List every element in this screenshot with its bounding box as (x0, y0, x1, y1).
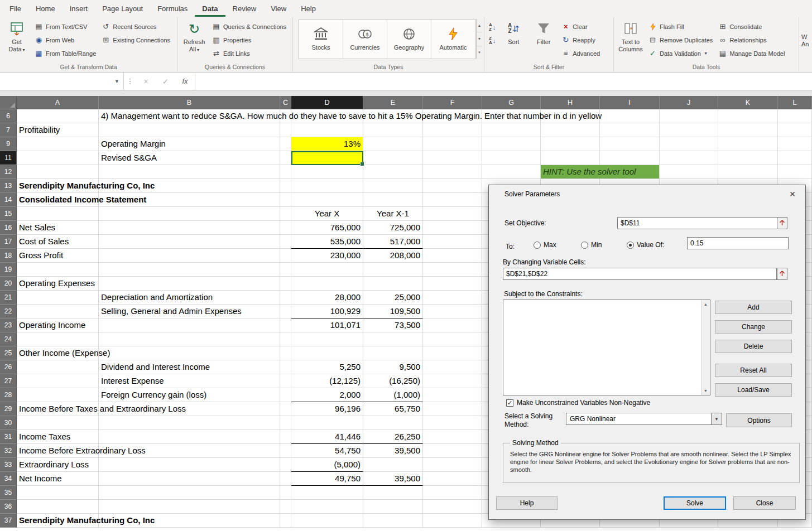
cell-F19[interactable] (423, 263, 482, 277)
cell-L12[interactable] (778, 165, 812, 179)
formula-input[interactable] (195, 73, 812, 90)
radio-min[interactable]: Min (581, 241, 602, 249)
cell-F25[interactable] (423, 346, 482, 360)
cell-D20[interactable] (291, 277, 363, 291)
cell-D18[interactable]: 230,000 (291, 249, 363, 263)
cell-E12[interactable] (363, 165, 423, 179)
gallery-more-icon[interactable]: ▾ (477, 46, 482, 59)
add-button[interactable]: Add (715, 301, 792, 314)
insert-function-icon[interactable]: fx (175, 77, 195, 85)
cell-E26[interactable]: 9,500 (363, 360, 423, 374)
tab-view[interactable]: View (263, 0, 294, 17)
objective-range-selector-button[interactable] (777, 217, 787, 229)
cell-B30[interactable] (99, 416, 280, 430)
cell-F30[interactable] (423, 416, 482, 430)
cell-B22[interactable]: Selling, General and Admin Expenses (99, 305, 280, 318)
value-of-field[interactable]: 0.15 (687, 237, 789, 249)
cell-B25[interactable] (99, 346, 280, 360)
sort-button[interactable]: AZ⇵ Sort (498, 18, 528, 63)
cell-B21[interactable]: Depreciation and Amortization (99, 291, 280, 305)
cell-B34[interactable] (99, 472, 280, 486)
cell-C20[interactable] (280, 277, 291, 291)
filter-button[interactable]: Filter (528, 18, 559, 63)
data-type-automatic[interactable]: Automatic (431, 20, 475, 59)
cell-H9[interactable] (541, 137, 600, 151)
row-header-29[interactable]: 29 (0, 402, 17, 416)
cell-C37[interactable] (280, 514, 291, 528)
cell-F16[interactable] (423, 221, 482, 235)
from-text-csv-button[interactable]: ▤From Text/CSV (33, 21, 98, 32)
queries-connections-button[interactable]: ▤Queries & Connections (210, 21, 288, 32)
cell-D26[interactable]: 5,250 (291, 360, 363, 374)
cell-F35[interactable] (423, 486, 482, 500)
cell-A14[interactable]: Consolidated Income Statement (17, 193, 99, 207)
cell-F36[interactable] (423, 500, 482, 514)
cell-C34[interactable] (280, 472, 291, 486)
radio-min-circle[interactable] (581, 242, 588, 249)
cell-B24[interactable] (99, 332, 280, 346)
tab-formulas[interactable]: Formulas (150, 0, 195, 17)
cell-E19[interactable] (363, 263, 423, 277)
tab-review[interactable]: Review (225, 0, 264, 17)
scroll-up-icon[interactable]: ▲ (702, 300, 710, 308)
cell-A12[interactable] (17, 165, 99, 179)
cell-D34[interactable]: 49,750 (291, 472, 363, 486)
constraints-listbox[interactable]: ▲ ▼ (503, 300, 710, 395)
tab-home[interactable]: Home (28, 0, 63, 17)
row-header-31[interactable]: 31 (0, 430, 17, 444)
row-header-36[interactable]: 36 (0, 500, 17, 514)
row-header-22[interactable]: 22 (0, 305, 17, 318)
cell-E15[interactable]: Year X-1 (363, 207, 423, 221)
load-save-button[interactable]: Load/Save (715, 383, 792, 397)
formula-bar-grip-icon[interactable]: ⋮ (124, 77, 136, 85)
cell-F13[interactable] (423, 179, 482, 193)
cell-D36[interactable] (291, 500, 363, 514)
cell-K11[interactable] (718, 151, 778, 165)
data-validation-button[interactable]: ✓Data Validation▾ (647, 47, 714, 59)
cell-C11[interactable] (280, 151, 291, 165)
existing-connections-button[interactable]: ⊞Existing Connections (100, 34, 172, 46)
cell-L7[interactable] (778, 123, 812, 137)
name-box-dropdown-icon[interactable]: ▼ (114, 79, 119, 84)
row-header-23[interactable]: 23 (0, 318, 17, 332)
row-header-35[interactable]: 35 (0, 486, 17, 500)
cell-F22[interactable] (423, 305, 482, 318)
non-negative-checkbox[interactable]: ✓ Make Unconstrained Variables Non-Negat… (506, 399, 650, 407)
manage-data-model-button[interactable]: ▤Manage Data Model (717, 47, 786, 59)
row-header-26[interactable]: 26 (0, 360, 17, 374)
cell-C23[interactable] (280, 318, 291, 332)
row-header-19[interactable]: 19 (0, 263, 17, 277)
enter-icon[interactable]: ✓ (156, 77, 175, 86)
cell-E22[interactable]: 109,500 (363, 305, 423, 318)
row-header-24[interactable]: 24 (0, 332, 17, 346)
cell-F18[interactable] (423, 249, 482, 263)
cell-C28[interactable] (280, 388, 291, 402)
data-type-geography[interactable]: Geography (387, 20, 431, 59)
solve-button[interactable]: Solve (664, 496, 726, 510)
row-header-7[interactable]: 7 (0, 123, 17, 137)
cell-B19[interactable] (99, 263, 280, 277)
cell-K12[interactable] (718, 165, 778, 179)
col-header-H[interactable]: H (541, 96, 600, 109)
cell-C15[interactable] (280, 207, 291, 221)
refresh-all-button[interactable]: ↻ Refresh All▾ (179, 18, 209, 63)
cell-B20[interactable] (99, 277, 280, 291)
cell-C16[interactable] (280, 221, 291, 235)
cell-A34[interactable]: Net Income (17, 472, 99, 486)
remove-duplicates-button[interactable]: ⊟Remove Duplicates (647, 34, 714, 46)
cell-B16[interactable] (99, 221, 280, 235)
cell-D15[interactable]: Year X (291, 207, 363, 221)
cell-A35[interactable] (17, 486, 99, 500)
cell-H12[interactable]: HINT: Use the solver tool (541, 165, 660, 179)
cell-A21[interactable] (17, 291, 99, 305)
cell-C14[interactable] (280, 193, 291, 207)
cell-D35[interactable] (291, 486, 363, 500)
cell-F32[interactable] (423, 444, 482, 458)
radio-max-circle[interactable] (534, 242, 541, 249)
checkbox-checked-icon[interactable]: ✓ (506, 399, 513, 407)
row-header-13[interactable]: 13 (0, 179, 17, 193)
cell-J9[interactable] (660, 137, 718, 151)
recent-sources-button[interactable]: ↺Recent Sources (100, 21, 172, 32)
reset-all-button[interactable]: Reset All (715, 364, 792, 377)
cell-E16[interactable]: 725,000 (363, 221, 423, 235)
